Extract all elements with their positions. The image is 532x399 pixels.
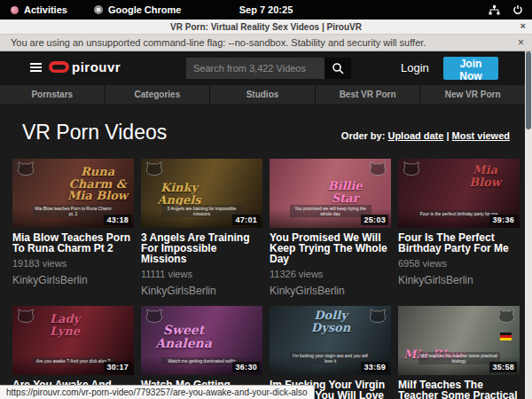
search-bar <box>186 58 351 79</box>
thumbnail-caption: Four is the perfect birthday party for m… <box>419 210 500 217</box>
page-heading-row: VR Porn Videos Order by: Upload date | M… <box>22 118 510 145</box>
studio-watermark-cat-icon <box>369 161 387 177</box>
status-bar-url: https://pirouvr.com/vr-porn-video/779325… <box>0 385 315 399</box>
login-link[interactable]: Login <box>401 61 429 74</box>
order-by-separator: | <box>446 130 449 141</box>
video-thumbnail[interactable]: Mia Blow Milf teaches the teacher some p… <box>398 306 520 375</box>
nav-item-studios[interactable]: Studios <box>210 85 316 104</box>
join-now-button[interactable]: Join Now <box>443 57 498 80</box>
main-nav: Pornstars Categories Studios Best VR Por… <box>0 85 525 104</box>
video-card: Billie Star You promised we will keep tr… <box>270 159 391 297</box>
nav-item-pornstars[interactable]: Pornstars <box>0 85 106 104</box>
video-duration-badge: 35:58 <box>489 362 517 372</box>
video-title-link[interactable]: Milf Teaches The Teacher Some Practical … <box>398 379 520 399</box>
video-card: Mia Blow Four is the perfect birthday pa… <box>398 159 520 297</box>
thumbnail-caption: Mia Blow teaches Porn to Runa Charm pt. … <box>33 205 114 217</box>
video-duration-badge: 33:59 <box>361 362 388 372</box>
page-viewport: pirouvr Login Join Now Pornstars Categor… <box>0 51 532 399</box>
order-by-label: Order by: <box>341 130 386 141</box>
video-views: 11111 views <box>141 269 262 279</box>
video-duration-badge: 47:01 <box>232 215 260 225</box>
studio-watermark-cat-icon <box>497 309 515 325</box>
thumbnail-caption: Watch me getting dominated softly <box>161 357 243 364</box>
thumbnail-performer-text: Billie Star <box>313 180 377 204</box>
studio-watermark-cat-icon <box>403 161 420 177</box>
system-top-bar: Activities Google Chrome Sep 7 20:25 <box>0 0 532 20</box>
video-title-link[interactable]: Mia Blow Teaches Porn To Runa Charm Pt 2 <box>12 232 134 254</box>
video-grid: Runa Charm & Mia Blow Mia Blow teaches P… <box>12 159 520 399</box>
menu-hamburger-icon[interactable] <box>30 63 42 74</box>
video-title-link[interactable]: Four Is The Perfect Birthday Party For M… <box>398 232 520 254</box>
studio-watermark-cat-icon <box>17 309 35 325</box>
site-logo[interactable]: pirouvr <box>49 59 121 74</box>
vr-headset-icon <box>49 61 69 73</box>
thumbnail-caption: Milf teaches the teacher some practical … <box>419 352 500 364</box>
browser-scrollbar[interactable] <box>525 51 532 399</box>
tab-close-icon[interactable]: × <box>520 20 526 31</box>
studio-watermark-cat-icon <box>145 161 163 177</box>
video-title-link[interactable]: You Promised We Will Keep Trying The Who… <box>270 232 391 264</box>
video-thumbnail[interactable]: Runa Charm & Mia Blow Mia Blow teaches P… <box>12 159 134 228</box>
order-by-controls: Order by: Upload date | Most viewed <box>341 130 510 145</box>
thumbnail-performer-text: Sweet Analena <box>148 324 219 349</box>
video-card: Mia Blow Milf teaches the teacher some p… <box>398 306 520 399</box>
thumbnail-caption: 3 Angels are training for impossible mis… <box>161 205 243 217</box>
video-studio-link[interactable]: KinkyGirlsBerlin <box>270 285 391 297</box>
thumbnail-performer-text: Lady Lyne <box>35 313 94 337</box>
video-duration-badge: 30:17 <box>104 362 131 372</box>
thumbnail-performer-text: Mia Blow <box>456 164 514 188</box>
network-tree-icon[interactable] <box>489 5 500 15</box>
video-duration-badge: 25:03 <box>361 215 388 225</box>
video-duration-badge: 43:18 <box>104 215 131 225</box>
nav-item-best-vr-porn[interactable]: Best VR Porn <box>316 85 421 104</box>
order-by-most-viewed-link[interactable]: Most viewed <box>452 130 510 141</box>
browser-tab-title[interactable]: VR Porn: Virtual Reality Sex Videos | Pi… <box>170 22 362 32</box>
video-duration-badge: 39:36 <box>489 215 517 225</box>
order-by-upload-date-link[interactable]: Upload date <box>387 130 443 141</box>
search-input[interactable] <box>186 58 325 79</box>
system-clock[interactable]: Sep 7 20:25 <box>0 4 532 15</box>
nav-item-new-vr-porn[interactable]: New VR Porn <box>420 85 525 104</box>
video-thumbnail[interactable]: Sweet Analena Watch me getting dominated… <box>141 306 262 375</box>
search-icon <box>332 62 344 74</box>
video-views: 19183 views <box>12 258 134 269</box>
thumbnail-performer-text: Runa Charm & Mia Blow <box>65 166 130 202</box>
warning-close-icon[interactable]: × <box>518 36 524 49</box>
thumbnail-caption: Are you awake ? And your dick also ? <box>33 357 114 364</box>
site-logo-text: pirouvr <box>72 59 121 74</box>
thumbnail-caption: You promised we will keep trying the who… <box>290 205 372 217</box>
video-thumbnail[interactable]: Lady Lyne Are you awake ? And your dick … <box>12 306 134 375</box>
video-card: Kinky Angels 3 Angels are training for i… <box>141 159 262 297</box>
browser-warning-bar: You are using an unsupported command-lin… <box>0 35 532 51</box>
video-studio-link[interactable]: KinkyGirlsBerlin <box>12 274 134 286</box>
video-title-link[interactable]: 3 Angels Are Training For Impossible Mis… <box>141 232 262 264</box>
video-thumbnail[interactable]: Mia Blow Four is the perfect birthday pa… <box>398 159 520 228</box>
video-thumbnail[interactable]: Billie Star You promised we will keep tr… <box>270 159 391 228</box>
browser-tab-strip: VR Porn: Virtual Reality Sex Videos | Pi… <box>0 20 532 35</box>
studio-watermark-cat-icon <box>145 309 163 325</box>
search-button[interactable] <box>325 58 351 79</box>
thumbnail-performer-text: Dolly Dyson <box>294 309 367 333</box>
warning-text: You are using an unsupported command-lin… <box>11 37 426 48</box>
studio-watermark-cat-icon <box>17 161 35 177</box>
video-views: 11326 views <box>270 269 391 279</box>
video-studio-link[interactable]: KinkyGirlsBerlin <box>398 274 520 286</box>
video-thumbnail[interactable]: Dolly Dyson I'm fucking your virgin ass … <box>270 306 391 375</box>
power-icon[interactable] <box>512 4 523 15</box>
nav-item-categories[interactable]: Categories <box>106 85 211 104</box>
video-studio-link[interactable]: KinkyGirlsBerlin <box>141 285 262 297</box>
thumbnail-performer-text: Kinky Angels <box>148 182 210 206</box>
thumbnail-caption: I'm fucking your virgin ass and you will… <box>290 352 372 364</box>
video-card: Runa Charm & Mia Blow Mia Blow teaches P… <box>12 159 134 297</box>
page-title: VR Porn Videos <box>22 121 167 145</box>
video-duration-badge: 36:30 <box>232 362 260 372</box>
studio-watermark-cat-icon <box>369 309 387 325</box>
video-views: 6958 views <box>398 258 520 269</box>
german-flag-icon <box>500 332 512 340</box>
scrollbar-thumb[interactable] <box>526 51 531 129</box>
video-thumbnail[interactable]: Kinky Angels 3 Angels are training for i… <box>141 159 262 228</box>
site-header: pirouvr Login Join Now <box>0 51 532 85</box>
